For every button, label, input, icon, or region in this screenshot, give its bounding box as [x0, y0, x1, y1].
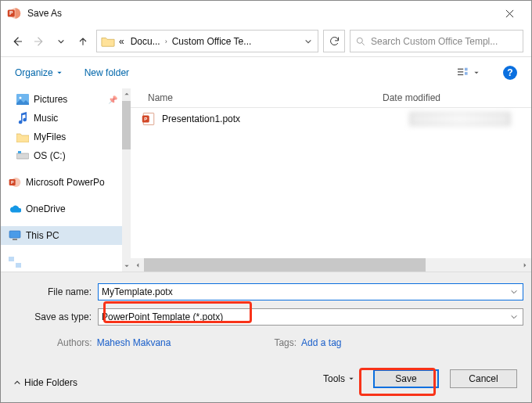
svg-rect-19 — [9, 231, 20, 238]
svg-rect-7 — [458, 69, 463, 70]
tree-truncated[interactable] — [1, 253, 122, 272]
save-type-dropdown-arrow[interactable] — [507, 309, 521, 325]
window-title: Save As — [27, 8, 62, 19]
svg-rect-22 — [16, 263, 21, 268]
close-button[interactable] — [494, 1, 525, 26]
authors-value[interactable]: Mahesh Makvana — [97, 337, 171, 348]
cancel-button[interactable]: Cancel — [450, 369, 517, 388]
svg-rect-21 — [9, 257, 14, 261]
breadcrumb-custom-templates[interactable]: Custom Office Te... — [169, 36, 255, 47]
svg-text:P: P — [9, 10, 13, 16]
folder-icon — [100, 34, 116, 49]
svg-text:P: P — [144, 117, 147, 121]
address-dropdown[interactable] — [299, 31, 318, 52]
file-name-label: File name: — [1, 286, 98, 297]
tree-this-pc[interactable]: This PC — [1, 226, 122, 245]
drive-icon — [16, 149, 29, 162]
svg-text:P: P — [11, 180, 14, 185]
svg-rect-9 — [458, 74, 463, 75]
address-bar[interactable]: « Docu... › Custom Office Te... — [96, 30, 318, 52]
svg-point-5 — [357, 38, 362, 43]
file-name-input[interactable]: MyTemplate.potx — [98, 283, 523, 300]
file-name-dropdown[interactable] — [507, 284, 521, 300]
tree-ms-powerpoint[interactable]: PMicrosoft PowerPo — [1, 173, 122, 192]
tree-pictures[interactable]: Pictures — [1, 90, 122, 109]
column-date[interactable]: Date modified — [383, 92, 531, 103]
nav-recent-dropdown[interactable] — [52, 33, 70, 50]
svg-rect-11 — [465, 72, 468, 75]
column-name[interactable]: Name — [131, 92, 383, 103]
nav-forward-button[interactable] — [31, 33, 48, 50]
chevron-right-icon[interactable]: › — [164, 38, 169, 45]
tree-scrollbar[interactable] — [122, 88, 131, 272]
powerpoint-app-icon: P — [7, 6, 21, 20]
svg-rect-15 — [18, 151, 21, 153]
nav-tree: Pictures Music MyFiles OS (C:) PMicrosof… — [1, 88, 122, 272]
tools-dropdown[interactable]: Tools — [323, 373, 354, 384]
authors-label: Authors: — [57, 337, 92, 348]
svg-rect-10 — [465, 68, 468, 71]
onedrive-icon — [9, 203, 21, 215]
nav-back-button[interactable] — [9, 33, 26, 50]
svg-rect-14 — [16, 153, 29, 159]
new-folder-button[interactable]: New folder — [84, 67, 129, 78]
file-name: Presentation1.potx — [162, 113, 240, 124]
music-icon — [16, 112, 29, 124]
svg-line-6 — [362, 42, 365, 45]
nav-up-button[interactable] — [74, 33, 92, 50]
search-placeholder: Search Custom Office Templ... — [371, 36, 498, 47]
view-options-button[interactable] — [456, 66, 481, 80]
file-h-scrollbar[interactable] — [131, 258, 531, 272]
network-icon — [9, 256, 21, 268]
refresh-button[interactable] — [323, 30, 345, 52]
hide-folders-button[interactable]: Hide Folders — [13, 377, 77, 388]
svg-point-13 — [20, 97, 22, 99]
search-input[interactable]: Search Custom Office Templ... — [350, 30, 523, 52]
tree-music[interactable]: Music — [1, 109, 122, 128]
potx-file-icon: P — [142, 112, 156, 126]
save-button[interactable]: Save — [373, 369, 439, 388]
save-type-label: Save as type: — [1, 311, 98, 322]
breadcrumb-docs[interactable]: Docu... — [128, 36, 164, 47]
tree-myfiles[interactable]: MyFiles — [1, 128, 122, 146]
pictures-icon — [16, 93, 29, 106]
organize-button[interactable]: Organize — [15, 67, 63, 78]
powerpoint-icon: P — [9, 176, 21, 189]
tree-onedrive[interactable]: OneDrive — [1, 200, 122, 218]
svg-rect-20 — [13, 239, 17, 240]
file-row[interactable]: P Presentation1.potx — [131, 108, 531, 130]
tags-label: Tags: — [274, 337, 297, 348]
folder-icon — [16, 131, 29, 143]
tree-os-drive[interactable]: OS (C:) — [1, 146, 122, 165]
this-pc-icon — [9, 229, 21, 242]
breadcrumb-prefix[interactable]: « — [116, 36, 128, 47]
tags-value[interactable]: Add a tag — [301, 337, 341, 348]
svg-rect-8 — [458, 71, 463, 72]
save-type-dropdown[interactable]: PowerPoint Template (*.potx) — [98, 308, 523, 326]
help-button[interactable]: ? — [503, 66, 517, 80]
column-headers[interactable]: Name Date modified — [131, 88, 531, 107]
file-date-blurred — [409, 112, 511, 126]
